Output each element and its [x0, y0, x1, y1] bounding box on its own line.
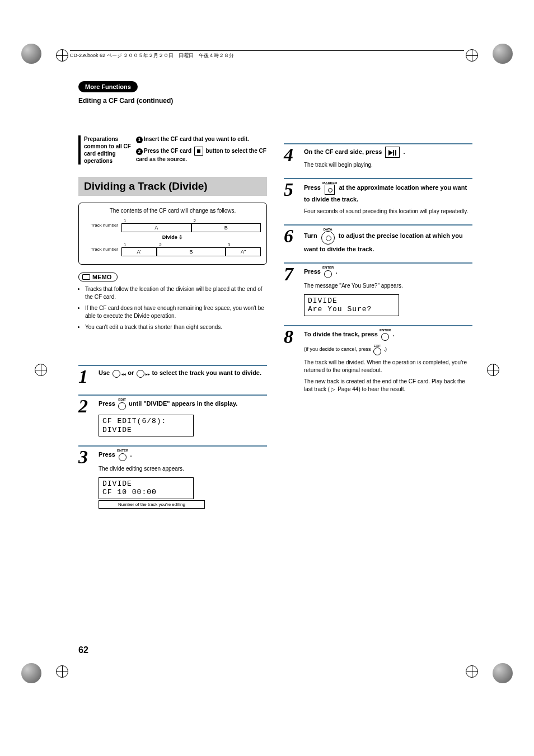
reg-ml [35, 364, 47, 376]
corner-bl [21, 663, 41, 683]
step-3-num: 3 [78, 449, 93, 466]
enter-button-icon-s8 [381, 333, 389, 341]
step-5-num: 5 [284, 181, 298, 199]
cell-ap: A' [121, 247, 157, 256]
s5-a: Press [304, 184, 321, 191]
prep-item2a: Press the CF card [144, 148, 191, 154]
step-6: 6 Turn DATA to adjust the precise locati… [284, 224, 472, 254]
reg-bl [56, 665, 68, 678]
page-number: 62 [78, 645, 88, 655]
track-num-1b: 1 [121, 242, 157, 247]
book-info: CD-2.e.book 62 ページ ２００５年２月２０日 日曜日 午後４時２８… [70, 53, 234, 58]
exit-button-icon [373, 348, 381, 355]
next-track-icon [137, 370, 144, 378]
data-label: DATA [319, 228, 337, 231]
s7-a: Press [304, 268, 321, 275]
lcd-step2: CF EDIT(6/8): DIVIDE [99, 415, 194, 436]
s5-desc: Four seconds of sound preceding this loc… [304, 208, 472, 215]
step-7: 7 Press ENTER . The message "Are You Sur… [284, 262, 472, 316]
reg-br [466, 665, 478, 678]
cell-b: B [191, 223, 261, 232]
step-3: 3 Press ENTER . The divide editing scree… [78, 445, 267, 509]
step-2: 2 Press EDIT until "DIVIDE" appears in t… [78, 395, 267, 437]
step-4: 4 On the CF card side, press . The track… [284, 143, 472, 169]
s8-a: To divide the track, press [304, 331, 378, 337]
memo-item-2: If the CF card does not have enough rema… [85, 304, 267, 320]
track-label-1: Track number [85, 223, 118, 228]
num-1-icon: 1 [136, 137, 143, 143]
enter-label-s7: ENTER [322, 266, 334, 269]
corner-tr [493, 44, 513, 64]
s8-b: . [392, 331, 394, 337]
lcd-step7: DIVIDE Are You Sure? [304, 294, 399, 316]
s3-desc: The divide editing screen appears. [99, 465, 267, 473]
s2-a: Press [99, 400, 115, 407]
prep-item1: Insert the CF card that you want to edit… [144, 136, 249, 142]
reg-mr [487, 364, 499, 376]
s1-c: to select the track you want to divide. [152, 369, 261, 376]
step-1: 1 Use ◂◂ or ▸▸ to select the track you w… [78, 365, 267, 386]
step-7-num: 7 [284, 266, 298, 283]
page-ref-icon [331, 386, 336, 391]
prep-box: Preparations common to all CF card editi… [78, 135, 267, 165]
cell-adp: A" [226, 247, 261, 256]
lcd-s2-l2: DIVIDE [102, 426, 190, 435]
track-num-2: 2 [191, 218, 261, 223]
corner-br [493, 663, 513, 683]
prev-track-icon [113, 370, 120, 378]
num-2-icon: 2 [136, 148, 143, 155]
s6-a: Turn [304, 232, 317, 239]
s2-b: until "DIVIDE" appears in the display. [129, 400, 237, 407]
track-num-2b: 2 [157, 242, 226, 247]
step-2-num: 2 [78, 398, 93, 415]
s4-desc: The track will begin playing. [304, 161, 472, 169]
s7-b: . [335, 268, 337, 275]
edit-button-icon [118, 402, 126, 410]
divide-label: Divide ⇩ [85, 234, 261, 240]
edit-label: EDIT [117, 398, 127, 401]
step-4-num: 4 [284, 147, 298, 164]
lcd-note-s3: Number of the track you're editing [99, 500, 205, 509]
heading-divide: Dividing a Track (Divide) [78, 177, 267, 196]
lcd-step3: DIVIDE CF 10 00:00 [99, 477, 194, 499]
memo-badge: MEMO [78, 273, 118, 281]
lcd-s2-l1: CF EDIT(6/8): [102, 417, 190, 426]
lcd-s3-l2: CF 10 00:00 [102, 488, 190, 497]
s3-b: . [130, 451, 132, 458]
s4-b: . [404, 148, 405, 155]
enter-label-s3: ENTER [117, 449, 128, 452]
play-pause-icon [385, 147, 400, 158]
enter-label-s8: ENTER [380, 328, 391, 332]
s1-b: or [128, 369, 134, 376]
s8-cancel-b: .) [384, 347, 387, 353]
step-6-num: 6 [284, 228, 298, 245]
track-num-3: 3 [226, 242, 261, 247]
diagram-box: The contents of the CF card will change … [78, 203, 267, 265]
lcd-s7-l2: Are You Sure? [308, 305, 395, 314]
cell-b2: B [157, 247, 226, 256]
s1-a: Use [99, 369, 110, 376]
page-header: CD-2.e.book 62 ページ ２００５年２月２０日 日曜日 午後４時２８… [70, 50, 464, 59]
left-column: More Functions Editing a CF Card (contin… [78, 81, 267, 509]
s7-desc: The message "Are You Sure?" appears. [304, 282, 472, 290]
prep-left-label: Preparations common to all CF card editi… [78, 135, 132, 165]
section-badge: More Functions [78, 81, 138, 92]
memo-list: Tracks that follow the location of the d… [78, 285, 267, 331]
s4-a: On the CF card side, press [304, 148, 382, 155]
track-num-1: 1 [121, 218, 191, 223]
diagram-title: The contents of the CF card will change … [85, 208, 261, 214]
enter-button-icon-s3 [119, 453, 127, 461]
lcd-s3-l1: DIVIDE [102, 480, 190, 489]
step-1-num: 1 [78, 368, 93, 386]
marker-button-icon [325, 185, 335, 195]
memo-item-3: You can't edit a track that is shorter t… [85, 323, 267, 331]
memo-item-1: Tracks that follow the location of the d… [85, 285, 267, 301]
lcd-s7-l1: DIVIDE [308, 297, 395, 306]
s8-desc2b: Page 44) to hear the result. [338, 386, 405, 392]
marker-label: MARKER [322, 181, 337, 185]
s8-cancel-a: (If you decide to cancel, press [304, 347, 371, 353]
step-8-num: 8 [284, 328, 298, 346]
track-label-2: Track number [85, 247, 118, 252]
corner-tl [21, 44, 41, 64]
reg-tr [466, 49, 478, 62]
